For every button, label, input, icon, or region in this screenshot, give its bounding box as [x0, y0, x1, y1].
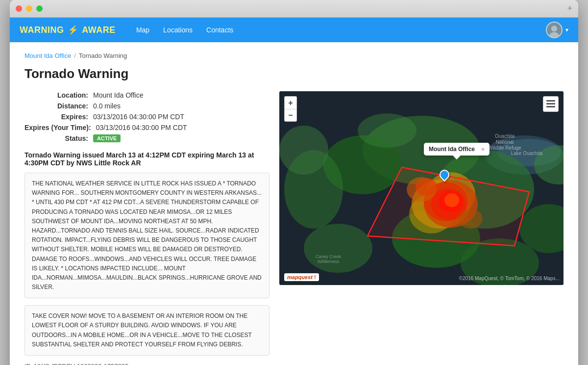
svg-point-27 — [279, 126, 328, 175]
nav-map[interactable]: Map — [130, 23, 155, 37]
map-container: Ouachita National Wildlife Refuge Lake O… — [279, 91, 564, 285]
distance-value: 0.0 miles — [93, 102, 121, 110]
expires-label: Expires: — [24, 113, 88, 121]
svg-point-28 — [358, 113, 416, 148]
distance-label: Distance: — [24, 102, 88, 110]
left-column: Location: Mount Ida Office Distance: 0.0… — [24, 91, 270, 365]
lightning-icon: ⚡ — [68, 25, 79, 35]
app-window: + Warning ⚡ Aware Map Locations Contacts… — [10, 0, 578, 365]
map-background: Ouachita National Wildlife Refuge Lake O… — [279, 91, 564, 285]
status-label: Status: — [24, 134, 88, 142]
close-button[interactable] — [16, 5, 22, 12]
breadcrumb-link[interactable]: Mount Ida Office — [24, 52, 71, 59]
map-copyright: ©2016 MapQuest, © TomTom, © 2016 Mapx... — [459, 276, 560, 281]
info-table: Location: Mount Ida Office Distance: 0.0… — [24, 91, 270, 142]
map-popup: Mount Ida Office × — [424, 143, 490, 156]
window-buttons — [16, 5, 43, 12]
info-row-distance: Distance: 0.0 miles — [24, 102, 270, 110]
svg-text:Ouachita: Ouachita — [495, 133, 514, 139]
location-label: Location: — [24, 91, 88, 99]
svg-rect-37 — [546, 103, 555, 104]
svg-text:Wilderness: Wilderness — [318, 259, 340, 264]
user-avatar[interactable] — [546, 22, 563, 38]
map-marker[interactable] — [440, 170, 449, 180]
right-column: Ouachita National Wildlife Refuge Lake O… — [279, 91, 564, 365]
svg-text:Wildlife Refuge: Wildlife Refuge — [488, 145, 521, 151]
maximize-button[interactable] — [36, 5, 43, 12]
svg-text:Caney Creek: Caney Creek — [316, 254, 342, 259]
status-badge: Active — [93, 134, 121, 142]
action-text-box: TAKE COVER NOW! MOVE TO A BASEMENT OR AN… — [24, 305, 270, 356]
breadcrumb: Mount Ida Office / Tornado Warning — [24, 52, 564, 59]
page-title: Tornado Warning — [24, 66, 564, 81]
expires-your-label: Expires (Your Time): — [24, 124, 91, 131]
info-row-expires-your: Expires (Your Time): 03/13/2016 04:30:00… — [24, 124, 270, 131]
marker-pin — [438, 168, 451, 182]
warning-headline: Tornado Warning issued March 13 at 4:12P… — [24, 151, 270, 167]
expires-value: 03/13/2016 04:30:00 PM CDT — [93, 113, 184, 121]
info-row-expires: Expires: 03/13/2016 04:30:00 PM CDT — [24, 113, 270, 121]
map-layers-button[interactable] — [543, 96, 559, 112]
user-menu-caret[interactable]: ▾ — [565, 26, 568, 33]
info-row-status: Status: Active — [24, 134, 270, 142]
warning-text-box: THE NATIONAL WEATHER SERVICE IN LITTLE R… — [24, 173, 270, 298]
svg-point-11 — [304, 224, 372, 273]
warning-text: THE NATIONAL WEATHER SERVICE IN LITTLE R… — [32, 180, 262, 290]
new-tab-button[interactable]: + — [567, 3, 572, 14]
map-inner[interactable]: Ouachita National Wildlife Refuge Lake O… — [279, 91, 564, 285]
mapquest-logo: mapquest ! — [284, 273, 319, 281]
layers-icon — [546, 100, 556, 108]
nav-links: Map Locations Contacts — [130, 23, 239, 37]
action-text: TAKE COVER NOW! MOVE TO A BASEMENT OR AN… — [32, 313, 252, 348]
svg-rect-36 — [546, 100, 555, 102]
popup-label: Mount Ida Office — [429, 146, 475, 153]
warning-id: ID: NWS-IDPDEV-1863836-1757255 — [24, 363, 270, 365]
brand-logo: Warning ⚡ Aware — [20, 25, 116, 35]
expires-your-value: 03/13/2016 04:30:00 PM CDT — [96, 124, 187, 131]
breadcrumb-current: Tornado Warning — [79, 52, 127, 59]
zoom-out-button[interactable]: − — [284, 109, 297, 122]
svg-text:Lake Ouachita: Lake Ouachita — [511, 151, 543, 156]
nav-locations[interactable]: Locations — [157, 23, 198, 37]
navbar: Warning ⚡ Aware Map Locations Contacts ▾ — [10, 18, 578, 42]
info-row-location: Location: Mount Ida Office — [24, 91, 270, 99]
map-controls: + − — [284, 96, 297, 122]
title-bar: + — [10, 0, 578, 18]
two-col-layout: Location: Mount Ida Office Distance: 0.0… — [24, 91, 564, 365]
svg-point-1 — [551, 26, 557, 31]
svg-text:National: National — [496, 139, 514, 145]
svg-rect-38 — [546, 106, 555, 107]
zoom-in-button[interactable]: + — [284, 96, 297, 109]
minimize-button[interactable] — [26, 5, 32, 12]
location-value: Mount Ida Office — [93, 91, 143, 99]
main-content: Mount Ida Office / Tornado Warning Torna… — [10, 42, 578, 365]
nav-contacts[interactable]: Contacts — [200, 23, 239, 37]
breadcrumb-separator: / — [74, 52, 76, 59]
popup-close-button[interactable]: × — [481, 146, 484, 152]
